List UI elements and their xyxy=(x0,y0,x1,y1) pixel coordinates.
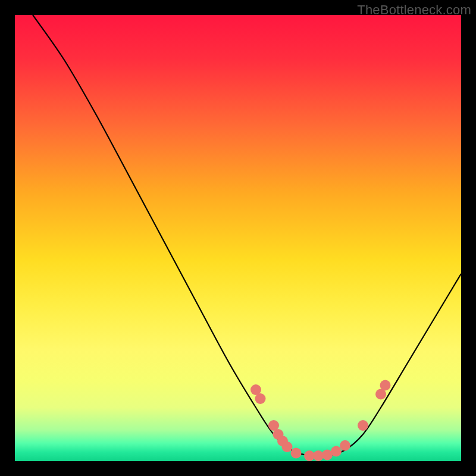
data-point xyxy=(358,420,368,431)
bottleneck-curve xyxy=(33,15,461,456)
data-point xyxy=(291,448,302,459)
measured-points xyxy=(250,380,391,462)
data-point xyxy=(255,393,266,404)
data-point xyxy=(380,380,391,391)
data-point xyxy=(331,446,342,457)
chart-container: TheBottleneck.com xyxy=(0,0,476,476)
plot-area xyxy=(15,15,461,461)
curve-layer xyxy=(15,15,461,461)
data-point xyxy=(282,441,293,452)
data-point xyxy=(340,440,350,451)
